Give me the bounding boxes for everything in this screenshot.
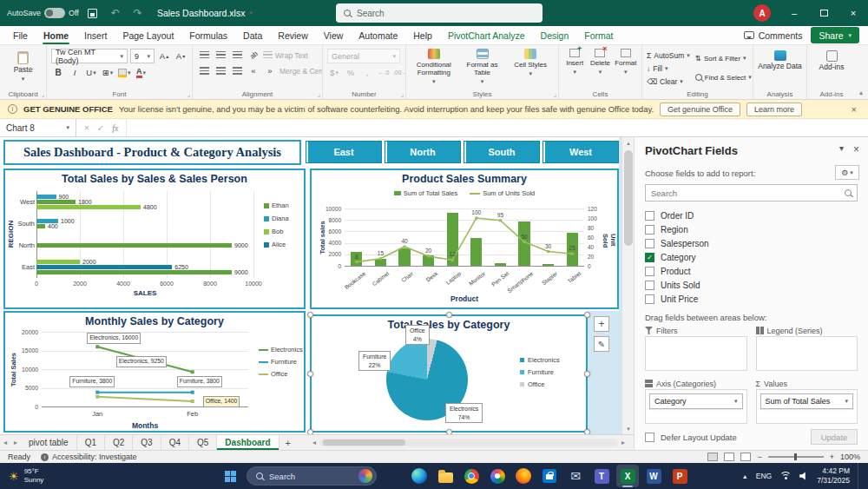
hscroll-track[interactable] xyxy=(319,439,618,446)
field-row-salesperson[interactable]: Salesperson xyxy=(645,236,858,250)
name-box[interactable]: Chart 8 ▾ xyxy=(0,119,76,136)
ribbon-tab-data[interactable]: Data xyxy=(235,26,270,44)
fill-button[interactable]: ↓Fill▾ xyxy=(647,62,690,75)
delete-cells-button[interactable]: Delete ▾ xyxy=(589,49,611,76)
legend-drop-zone[interactable] xyxy=(756,336,858,371)
selection-handle[interactable] xyxy=(446,312,452,318)
sheet-tab-dashboard[interactable]: Dashboard xyxy=(217,435,279,450)
field-row-region[interactable]: Region xyxy=(645,222,858,236)
increase-decimal-button[interactable]: ←.0 xyxy=(377,66,391,79)
avatar[interactable]: A xyxy=(753,4,771,22)
selection-handle[interactable] xyxy=(307,371,313,377)
dialog-launcher-icon[interactable]: ⌟ xyxy=(554,91,556,98)
align-center-button[interactable] xyxy=(214,64,227,77)
cancel-icon[interactable]: × xyxy=(84,123,89,133)
selection-handle[interactable] xyxy=(307,429,313,434)
start-button[interactable] xyxy=(219,465,241,487)
align-top-button[interactable] xyxy=(197,49,211,62)
increase-indent-button[interactable]: » xyxy=(263,64,277,77)
show-desktop-button[interactable] xyxy=(858,463,861,489)
find-select-button[interactable]: Find & Select▾ xyxy=(695,68,752,87)
field-row-order-id[interactable]: Order ID xyxy=(645,208,858,222)
worksheet[interactable]: Sales Dashboard - Product & Category Ana… xyxy=(0,137,634,434)
chart-elements-button[interactable]: + xyxy=(594,316,609,332)
taskbar-icon-mail[interactable]: ✉ xyxy=(564,465,587,487)
clock[interactable]: 4:42 PM 7/31/2025 xyxy=(817,466,850,486)
shrink-font-button[interactable]: A▾ xyxy=(174,50,187,63)
taskbar-icon-firefox[interactable] xyxy=(512,465,535,487)
sheet-tab-q1[interactable]: Q1 xyxy=(77,435,105,450)
field-checkbox[interactable] xyxy=(645,281,654,290)
collapse-ribbon-button[interactable]: ▴ xyxy=(859,89,863,96)
dialog-launcher-icon[interactable]: ⌟ xyxy=(42,91,44,98)
dialog-launcher-icon[interactable]: ⌟ xyxy=(401,91,404,98)
number-format-select[interactable]: General ▾ xyxy=(327,49,400,63)
sort-filter-button[interactable]: ⇅Sort & Filter▾ xyxy=(695,49,752,68)
comments-button[interactable]: Comments xyxy=(744,30,803,41)
format-cells-button[interactable]: Format ▾ xyxy=(615,49,637,76)
selection-handle[interactable] xyxy=(584,312,590,318)
share-button[interactable]: Share ▾ xyxy=(811,27,859,43)
align-right-button[interactable] xyxy=(230,64,244,77)
sheet-nav-left-icon[interactable]: ◂ xyxy=(0,439,10,446)
bold-button[interactable]: B xyxy=(51,66,65,79)
ribbon-tab-automate[interactable]: Automate xyxy=(351,26,405,44)
hscroll-thumb[interactable] xyxy=(323,439,405,446)
field-row-units-sold[interactable]: Units Sold xyxy=(645,278,858,292)
values-area[interactable]: ΣValues Sum of Total Sales ▾ xyxy=(756,378,858,424)
close-warning-icon[interactable]: × xyxy=(848,104,860,115)
field-checkbox[interactable] xyxy=(645,267,654,276)
zoom-slider[interactable] xyxy=(768,456,824,458)
scroll-down-icon[interactable]: ▾ xyxy=(622,423,634,434)
sheet-tab-q2[interactable]: Q2 xyxy=(105,435,133,450)
get-genuine-office-button[interactable]: Get genuine Office xyxy=(660,102,740,116)
sheet-nav-right-icon[interactable]: ▸ xyxy=(10,439,21,446)
chart-total-sales-by-category[interactable]: Total Sales by CategoryOffice4%Electroni… xyxy=(310,314,588,433)
accounting-format-button[interactable]: $▾ xyxy=(327,66,341,79)
wifi-icon[interactable] xyxy=(779,472,792,481)
percent-style-button[interactable]: % xyxy=(344,66,358,79)
orientation-button[interactable]: ab xyxy=(247,49,260,62)
taskbar-icon-edge[interactable] xyxy=(408,465,431,487)
close-button[interactable]: × xyxy=(838,0,868,26)
field-row-unit-price[interactable]: Unit Price xyxy=(645,292,858,306)
language-indicator[interactable]: ENG xyxy=(756,472,772,480)
analyze-data-button[interactable]: Analyze Data xyxy=(758,50,802,70)
field-checkbox[interactable]: ✓ xyxy=(645,253,654,262)
merge-center-button[interactable]: Merge & Center ▾ xyxy=(279,67,323,76)
axis-drop-zone[interactable]: Category ▾ xyxy=(645,389,747,424)
font-size-select[interactable]: 9 ▾ xyxy=(130,49,155,63)
tools-button[interactable]: ⚙▾ xyxy=(835,165,859,180)
slicer-east[interactable]: East xyxy=(306,141,382,163)
field-checkbox[interactable] xyxy=(645,211,654,221)
vertical-scrollbar[interactable]: ▴ ▾ xyxy=(621,137,634,434)
ribbon-tab-help[interactable]: Help xyxy=(405,26,440,44)
sheet-tab-q3[interactable]: Q3 xyxy=(133,435,161,450)
values-field-pill[interactable]: Sum of Total Sales ▾ xyxy=(760,393,854,409)
align-left-button[interactable] xyxy=(197,64,211,77)
ribbon-tab-review[interactable]: Review xyxy=(270,26,315,44)
titlebar-search[interactable]: Search xyxy=(336,3,542,23)
update-button[interactable]: Update xyxy=(811,429,858,445)
decrease-decimal-button[interactable]: .00→ xyxy=(393,66,406,79)
taskbar-icon-task-view[interactable] xyxy=(382,465,404,487)
chart-monthly-sales-by-category[interactable]: Monthly Sales by Category050001000015000… xyxy=(3,311,306,433)
taskbar-icon-store[interactable] xyxy=(538,465,561,487)
horizontal-scrollbar[interactable]: ◂ ▸ xyxy=(309,438,628,448)
weather-widget[interactable]: ☀ 95°F Sunny xyxy=(0,467,52,485)
ribbon-tab-home[interactable]: Home xyxy=(36,26,76,44)
selection-handle[interactable] xyxy=(584,429,590,434)
zoom-slider-thumb[interactable] xyxy=(794,453,797,460)
dialog-launcher-icon[interactable]: ⌟ xyxy=(318,91,320,98)
chart-total-sales-by-salesperson[interactable]: Total Sales by Sales & Sales Person02000… xyxy=(3,169,306,309)
normal-view-button[interactable] xyxy=(707,453,718,461)
cell-styles-button[interactable]: Cell Styles ▾ xyxy=(507,49,554,77)
slicer-north[interactable]: North xyxy=(385,141,461,163)
fields-search-input[interactable] xyxy=(651,188,839,198)
add-sheet-button[interactable]: + xyxy=(279,438,297,448)
sheet-tab-pivot-table[interactable]: pivot table xyxy=(21,435,77,450)
minimize-button[interactable]: – xyxy=(779,0,809,26)
taskbar-icon-chrome[interactable] xyxy=(460,465,483,487)
selection-handle[interactable] xyxy=(584,371,590,377)
wrap-text-button[interactable]: Wrap Text xyxy=(263,51,308,60)
